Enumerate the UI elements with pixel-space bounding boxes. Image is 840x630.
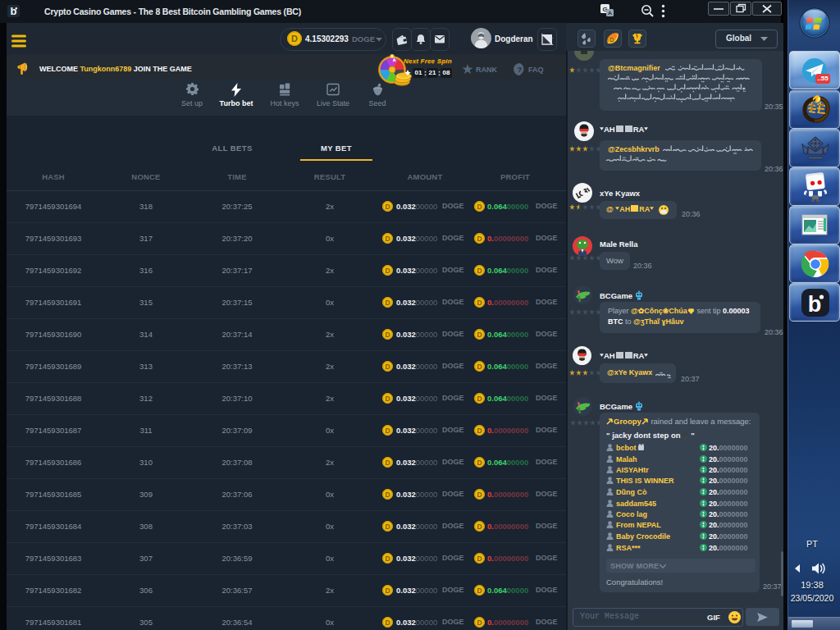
svg-text:D: D: [385, 555, 390, 563]
svg-text:D: D: [477, 427, 482, 435]
svg-text:D: D: [477, 299, 482, 307]
svg-text:D: D: [385, 523, 390, 531]
svg-text:D: D: [385, 363, 390, 371]
svg-text:D: D: [385, 235, 390, 243]
svg-text:D: D: [385, 395, 390, 403]
svg-text:D: D: [477, 555, 482, 563]
svg-text:?: ?: [518, 66, 523, 74]
svg-text:D: D: [385, 427, 390, 435]
svg-text:D: D: [385, 459, 390, 467]
svg-text:D: D: [477, 587, 482, 595]
svg-text:D: D: [477, 395, 482, 403]
svg-text:D: D: [477, 267, 482, 275]
svg-text:D: D: [477, 203, 482, 211]
svg-text:b: b: [808, 292, 822, 317]
svg-text:D: D: [385, 587, 390, 595]
svg-text:D: D: [609, 37, 614, 43]
svg-text:b: b: [11, 5, 17, 17]
svg-text:D: D: [477, 331, 482, 339]
svg-text:D: D: [477, 491, 482, 499]
svg-text:D: D: [291, 34, 298, 43]
svg-text:D: D: [477, 459, 482, 467]
svg-text:D: D: [385, 267, 390, 275]
svg-text:D: D: [385, 491, 390, 499]
svg-text:D: D: [385, 619, 390, 627]
svg-text:D: D: [477, 619, 482, 627]
svg-text:D: D: [477, 235, 482, 243]
svg-text:D: D: [385, 203, 390, 211]
svg-text:D: D: [477, 363, 482, 371]
svg-text:D: D: [385, 331, 390, 339]
svg-text:D: D: [385, 299, 390, 307]
svg-text:D: D: [477, 523, 482, 531]
